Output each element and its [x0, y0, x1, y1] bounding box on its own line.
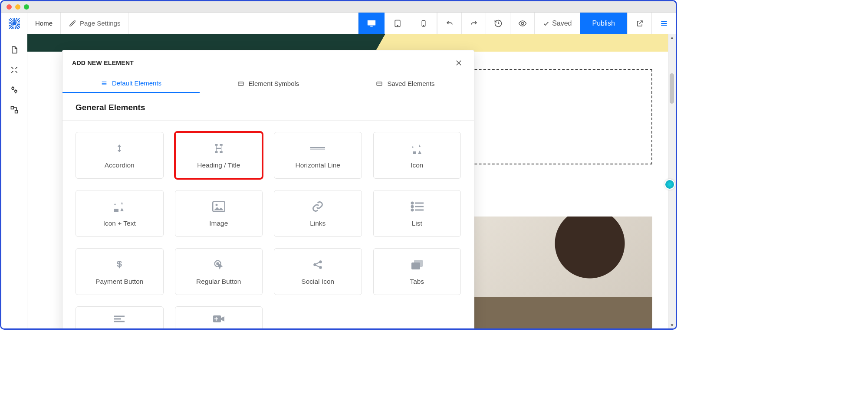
page-settings-label: Page Settings: [80, 20, 120, 27]
settings-rail-button[interactable]: [7, 82, 22, 98]
topbar: Home Page Settings: [1, 13, 676, 34]
section-title: General Elements: [62, 93, 474, 121]
element-icon[interactable]: Icon: [373, 132, 461, 179]
tab-default-elements[interactable]: Default Elements: [62, 74, 200, 93]
svg-point-5: [423, 25, 424, 26]
left-rail: [1, 34, 27, 328]
help-chat-button[interactable]: [664, 179, 675, 190]
window-close-icon[interactable]: [7, 4, 12, 10]
empty-drop-zone[interactable]: [453, 69, 652, 164]
open-external-button[interactable]: [627, 13, 651, 34]
element-image[interactable]: Image: [175, 190, 263, 237]
element-label: Icon + Text: [103, 220, 136, 227]
pages-rail-button[interactable]: [7, 42, 22, 58]
element-icon-text[interactable]: Icon + Text: [76, 190, 164, 237]
element-payment-button[interactable]: Payment Button: [76, 248, 164, 295]
history-button[interactable]: [486, 13, 510, 34]
svg-point-3: [397, 25, 398, 26]
element-partial-1[interactable]: [76, 306, 164, 328]
structure-rail-button[interactable]: [7, 102, 22, 118]
accordion-icon: [114, 141, 125, 155]
home-label: Home: [35, 20, 53, 27]
element-tabs[interactable]: Tabs: [373, 248, 461, 295]
svg-rect-12: [11, 107, 13, 109]
page-settings-button[interactable]: Page Settings: [61, 13, 128, 34]
modal-tabs: Default Elements Element Symbols Saved E…: [62, 74, 474, 93]
mobile-view-button[interactable]: [411, 13, 437, 34]
tab-label: Saved Elements: [387, 80, 434, 87]
svg-point-38: [319, 266, 322, 269]
device-switcher: [358, 13, 437, 34]
tabs-icon: [411, 258, 424, 272]
tab-label: Default Elements: [112, 79, 161, 87]
desktop-view-button[interactable]: [358, 13, 385, 34]
modal-title: ADD NEW ELEMENT: [72, 59, 134, 66]
svg-rect-25: [310, 149, 325, 150]
tab-saved-elements[interactable]: Saved Elements: [337, 74, 474, 93]
preview-button[interactable]: [510, 13, 534, 34]
saved-indicator: Saved: [534, 13, 579, 34]
share-icon: [312, 258, 323, 272]
svg-rect-21: [377, 82, 382, 85]
tools-icon: [69, 20, 76, 27]
window-titlebar: [1, 1, 676, 13]
video-add-icon: [212, 312, 225, 326]
svg-point-36: [314, 263, 317, 266]
svg-point-11: [14, 90, 16, 92]
elements-grid: Accordion Heading / Title Horizontal Lin…: [62, 121, 474, 295]
menu-button[interactable]: [651, 13, 676, 34]
scroll-down-icon[interactable]: ▼: [668, 323, 676, 328]
publish-button[interactable]: Publish: [580, 13, 627, 34]
modal-close-button[interactable]: [453, 57, 464, 69]
element-list[interactable]: List: [373, 190, 461, 237]
svg-rect-1: [370, 26, 373, 26]
undo-button[interactable]: [437, 13, 461, 34]
element-horizontal-line[interactable]: Horizontal Line: [274, 132, 362, 179]
svg-rect-23: [119, 147, 120, 150]
tab-element-symbols[interactable]: Element Symbols: [200, 74, 337, 93]
svg-point-6: [521, 22, 523, 24]
topbar-right: Saved Publish: [437, 13, 676, 34]
element-accordion[interactable]: Accordion: [76, 132, 164, 179]
canvas[interactable]: ADD NEW ELEMENT Default Elements: [27, 34, 668, 328]
hr-icon: [310, 141, 325, 155]
svg-rect-40: [411, 262, 420, 269]
svg-point-27: [215, 204, 217, 206]
element-label: Regular Button: [196, 278, 241, 285]
check-icon: [542, 20, 549, 27]
element-heading-title[interactable]: Heading / Title: [175, 132, 263, 179]
scroll-thumb[interactable]: [670, 73, 674, 104]
elements-grid-partial: [62, 295, 474, 328]
element-label: Horizontal Line: [296, 161, 340, 169]
modal-header: ADD NEW ELEMENT: [62, 50, 474, 74]
canvas-image-block[interactable]: [444, 217, 652, 328]
element-label: Heading / Title: [197, 161, 240, 169]
heading-icon: [212, 141, 225, 155]
design-rail-button[interactable]: [7, 62, 22, 78]
redo-button[interactable]: [461, 13, 486, 34]
list-element-icon: [411, 200, 424, 213]
home-button[interactable]: Home: [27, 13, 61, 34]
element-label: Accordion: [105, 161, 135, 169]
publish-label: Publish: [592, 20, 615, 27]
text-align-icon: [113, 312, 125, 326]
svg-point-10: [12, 87, 14, 89]
window-zoom-icon[interactable]: [24, 4, 29, 10]
element-social-icon[interactable]: Social Icon: [274, 248, 362, 295]
element-regular-button[interactable]: Regular Button: [175, 248, 263, 295]
svg-rect-0: [368, 20, 375, 25]
app-window: Home Page Settings: [0, 0, 677, 330]
add-element-modal: ADD NEW ELEMENT Default Elements: [62, 50, 474, 328]
element-partial-2[interactable]: [175, 306, 263, 328]
canvas-header-stripe: [27, 34, 668, 52]
symbol-icon: [237, 80, 244, 87]
tablet-view-button[interactable]: [385, 13, 411, 34]
element-label: Payment Button: [95, 278, 143, 285]
element-links[interactable]: Links: [274, 190, 362, 237]
svg-point-28: [411, 202, 413, 204]
scroll-up-icon[interactable]: ▲: [668, 35, 676, 40]
window-minimize-icon[interactable]: [15, 4, 20, 10]
app-logo[interactable]: [1, 13, 27, 34]
icon-icon: [410, 141, 424, 155]
saved-label: Saved: [552, 20, 572, 27]
